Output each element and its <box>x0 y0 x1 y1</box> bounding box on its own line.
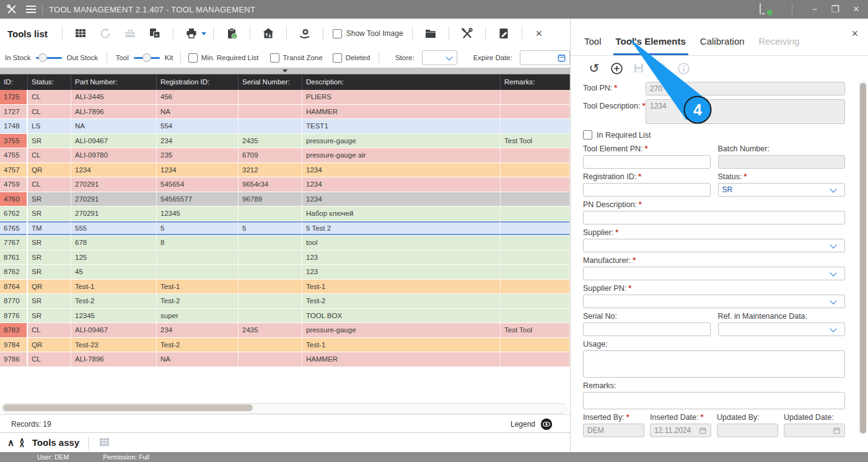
cell-status: TM <box>28 221 71 236</box>
refresh-icon[interactable] <box>99 27 112 40</box>
cell-part_number: ALI-7896 <box>71 105 157 119</box>
column-header-part_number[interactable]: Part Number: <box>71 74 157 90</box>
save-icon[interactable] <box>632 61 646 75</box>
tool-kit-toggle[interactable] <box>134 53 160 62</box>
close-tools-list-icon[interactable]: × <box>535 27 542 40</box>
serial-no-input[interactable] <box>583 322 711 336</box>
notifications-icon[interactable] <box>760 4 772 15</box>
table-row[interactable]: 6765TM555555 Test 2 <box>0 221 570 236</box>
delete-icon[interactable] <box>654 61 668 75</box>
print-options-caret-icon[interactable] <box>201 32 206 38</box>
column-header-description[interactable]: Description: <box>302 74 501 90</box>
stock-toggle[interactable] <box>36 53 62 62</box>
table-row[interactable]: 7767SR6788tool <box>0 236 570 251</box>
toolbox-icon[interactable] <box>123 27 137 40</box>
cell-part_number: 45 <box>71 265 157 279</box>
table-row[interactable]: 3755SRALI-094672342435pressure-gaugeTest… <box>0 134 570 149</box>
table-row[interactable]: 8762SR45123 <box>0 265 570 280</box>
vertical-scrollbar-thumb[interactable] <box>860 83 866 433</box>
assy-grid-icon[interactable] <box>97 436 111 450</box>
cell-remarks <box>501 309 570 323</box>
table-row[interactable]: 9786CLALI-7896NAHAMMER <box>0 352 570 367</box>
pn-description-input[interactable] <box>583 211 845 224</box>
cell-remarks <box>501 177 570 192</box>
legend-eye-icon[interactable] <box>540 418 553 430</box>
tab-receiving[interactable]: Receiving <box>758 36 801 55</box>
close-detail-panel-icon[interactable]: × <box>851 27 858 40</box>
supplier-pn-select[interactable] <box>583 295 845 308</box>
table-row[interactable]: 1725CLALI-3445456PLIERS <box>0 90 570 105</box>
tab-tool[interactable]: Tool <box>583 36 603 55</box>
menu-hamburger-icon[interactable] <box>26 6 36 13</box>
table-row[interactable]: 8776SR12345superTOOL BOX <box>0 309 570 324</box>
usage-textarea[interactable] <box>583 350 845 378</box>
in-required-list-checkbox[interactable] <box>583 130 592 140</box>
column-header-status[interactable]: Status: <box>28 74 71 90</box>
cell-status: CL <box>28 323 71 337</box>
clipboard-receive-icon[interactable]: S <box>225 27 239 40</box>
close-window-button[interactable]: × <box>853 0 859 19</box>
calendar-icon[interactable] <box>557 53 566 63</box>
vertical-scrollbar[interactable] <box>859 81 867 435</box>
transit-zone-checkbox[interactable] <box>270 53 279 63</box>
expand-up-double-icon[interactable]: ∧∧ <box>19 438 25 447</box>
table-row[interactable]: 4759CL2702915456549654r341234 <box>0 177 570 192</box>
min-required-checkbox[interactable] <box>188 53 198 63</box>
table-row[interactable]: 8770SRTest-2Test-2Test-2 <box>0 294 570 309</box>
table-row[interactable]: 4757QR1234123432121234 <box>0 163 570 178</box>
tool-element-pn-input[interactable] <box>583 155 711 169</box>
minimize-button[interactable]: − <box>812 0 818 19</box>
batch-number-input <box>718 155 846 169</box>
statusbar-user: User: DEM <box>37 453 69 461</box>
deleted-checkbox[interactable] <box>333 53 342 63</box>
export-grid-icon[interactable] <box>74 27 87 40</box>
table-row[interactable]: 9784QRTest-23Test-2Test-1 <box>0 338 570 353</box>
manufacturer-select[interactable] <box>583 267 845 280</box>
edit-clipboard-icon[interactable] <box>497 27 511 40</box>
cell-registration_id: 234 <box>157 134 239 148</box>
cell-remarks <box>501 352 570 366</box>
folder-icon[interactable] <box>424 27 437 40</box>
table-collapse-bar[interactable] <box>0 68 570 74</box>
remarks-textarea[interactable] <box>583 392 845 409</box>
table-row[interactable]: 4760SR27029154565577967891234 <box>0 192 570 207</box>
supplier-pn-label: Supplier PN: <box>583 284 626 293</box>
expire-date-input[interactable] <box>520 50 570 65</box>
info-icon[interactable] <box>677 61 690 75</box>
column-header-id[interactable]: ID: <box>0 74 28 90</box>
registration-id-input[interactable] <box>583 183 711 197</box>
table-row[interactable]: 8764QRTest-1Test-1Test-1 <box>0 280 570 295</box>
column-header-serial_number[interactable]: Serial Number: <box>239 74 302 90</box>
table-row[interactable]: 8783CLALI-094672342435pressure-gaugeTest… <box>0 323 570 338</box>
restore-button[interactable]: ❐ <box>831 0 840 19</box>
store-home-icon[interactable] <box>261 27 275 40</box>
column-header-remarks[interactable]: Remarks: <box>501 74 570 90</box>
cell-description: TOOL BOX <box>302 309 501 323</box>
cell-status: SR <box>28 251 71 265</box>
add-icon[interactable] <box>610 61 623 75</box>
supplier-select[interactable] <box>583 239 845 252</box>
table-row[interactable]: 1727CLALI-7896NAHAMMER <box>0 105 570 120</box>
print-icon[interactable] <box>185 27 198 40</box>
cell-description: pressure-gauge <box>302 323 501 337</box>
horizontal-scrollbar[interactable] <box>2 403 567 414</box>
table-row[interactable]: 1748LSNA554TEST1 <box>0 119 570 134</box>
tab-tools-elements[interactable]: Tool's Elements <box>615 36 687 55</box>
table-row[interactable]: 4755CLALI-097802356709pressure-gauge air <box>0 148 570 163</box>
transfer-tool-icon[interactable] <box>148 27 162 40</box>
tools-wrench-icon[interactable] <box>460 27 474 40</box>
cell-status: CL <box>28 352 71 366</box>
status-select[interactable]: SR <box>718 183 846 197</box>
show-tool-image-checkbox[interactable] <box>333 29 342 38</box>
undo-icon[interactable]: ↺ <box>587 61 601 75</box>
tab-calibration[interactable]: Calibration <box>699 36 746 55</box>
table-row[interactable]: 8761SR125123 <box>0 251 570 265</box>
store-select[interactable] <box>422 50 457 65</box>
ref-maintenance-select[interactable] <box>718 322 846 336</box>
column-header-registration_id[interactable]: Registration ID: <box>157 74 239 90</box>
table-row[interactable]: 6762SR27029112345Набор ключей <box>0 207 570 221</box>
expand-up-icon[interactable]: ∧ <box>7 439 14 446</box>
horizontal-scrollbar-thumb[interactable] <box>3 404 253 411</box>
cell-serial_number <box>239 265 302 279</box>
hand-gear-icon[interactable] <box>298 27 312 40</box>
